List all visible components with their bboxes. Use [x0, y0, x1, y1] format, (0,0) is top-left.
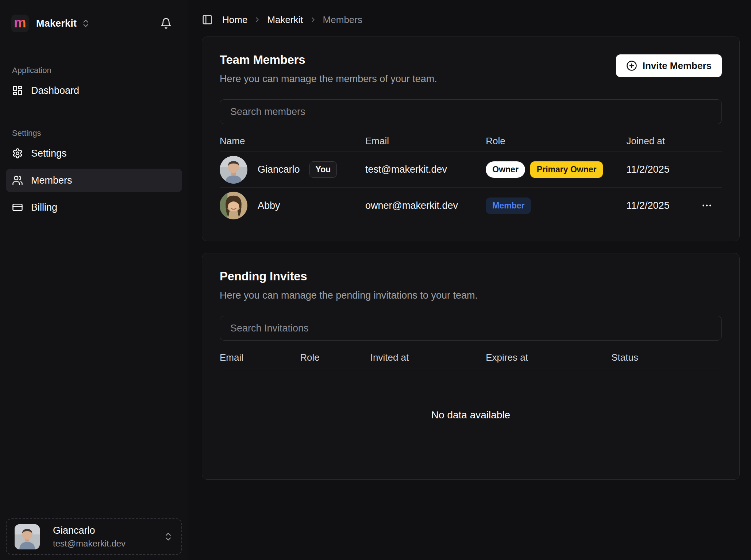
invite-members-button[interactable]: Invite Members: [616, 54, 722, 77]
team-members-table-header: Name Email Role Joined at: [220, 131, 722, 152]
sidebar-item-settings[interactable]: Settings: [6, 142, 182, 165]
sidebar-item-label: Members: [31, 175, 72, 186]
logo-letter: m: [14, 16, 26, 30]
sidebar-item-label: Billing: [31, 202, 57, 213]
name-cell: Giancarlo You: [220, 156, 365, 184]
user-avatar: [15, 524, 40, 549]
search-members-input[interactable]: [220, 99, 722, 124]
team-members-header: Team Members Here you can manage the mem…: [220, 53, 722, 85]
chevron-right-icon: [253, 16, 261, 24]
profile-email: test@makerkit.dev: [53, 538, 163, 549]
sidebar-item-billing[interactable]: Billing: [6, 196, 182, 219]
team-members-title: Team Members: [220, 53, 437, 67]
invite-members-label: Invite Members: [643, 60, 712, 72]
team-members-heading-block: Team Members Here you can manage the mem…: [220, 53, 437, 85]
sidebar-item-dashboard[interactable]: Dashboard: [6, 79, 182, 102]
pending-invites-card: Pending Invites Here you can manage the …: [202, 253, 740, 480]
nav-section-application: Application: [6, 66, 182, 75]
chevron-right-icon: [309, 16, 317, 24]
row-menu-ellipsis-icon[interactable]: [697, 195, 717, 216]
col-expires-at: Expires at: [486, 352, 611, 363]
table-row-giancarlo: Giancarlo You test@makerkit.dev Owner Pr…: [220, 152, 722, 188]
empty-state: No data available: [220, 368, 722, 462]
pending-invites-subtitle: Here you can manage the pending invitati…: [220, 290, 478, 301]
gear-icon: [12, 148, 23, 159]
breadcrumb: Home Makerkit Members: [222, 14, 362, 26]
col-email: Email: [365, 135, 486, 147]
col-email: Email: [220, 352, 300, 363]
circle-plus-icon: [626, 60, 637, 71]
actions-cell: [697, 195, 722, 216]
you-badge: You: [309, 161, 337, 178]
col-invited-at: Invited at: [370, 352, 486, 363]
credit-card-icon: [12, 202, 23, 213]
breadcrumb-home[interactable]: Home: [222, 14, 247, 26]
joined-at-cell: 11/2/2025: [627, 164, 697, 175]
role-cell: Member: [486, 197, 626, 214]
user-profile-menu[interactable]: Giancarlo test@makerkit.dev: [6, 518, 182, 555]
sidebar: m Makerkit Application Dashboard Setting…: [0, 0, 188, 560]
table-row-abby: Abby owner@makerkit.dev Member 11/2/2025: [220, 188, 722, 223]
member-avatar: [220, 156, 247, 184]
pending-invites-heading-block: Pending Invites Here you can manage the …: [220, 269, 478, 301]
team-members-subtitle: Here you can manage the members of your …: [220, 73, 437, 85]
name-cell: Abby: [220, 192, 365, 219]
breadcrumb-makerkit[interactable]: Makerkit: [267, 14, 303, 26]
dashboard-icon: [12, 85, 23, 96]
chevrons-up-down-icon[interactable]: [81, 19, 90, 28]
col-joined-at: Joined at: [627, 135, 697, 147]
member-name: Giancarlo: [258, 164, 300, 175]
main-content: Home Makerkit Members Team Members Here …: [188, 0, 751, 560]
email-cell: test@makerkit.dev: [365, 164, 486, 175]
profile-texts: Giancarlo test@makerkit.dev: [53, 525, 163, 549]
member-name: Abby: [258, 200, 280, 211]
col-role: Role: [486, 135, 626, 147]
member-avatar: [220, 192, 247, 219]
chevrons-up-down-icon: [163, 532, 173, 542]
team-members-card: Team Members Here you can manage the mem…: [202, 37, 740, 241]
topbar: Home Makerkit Members: [202, 0, 740, 37]
sidebar-item-label: Settings: [31, 148, 67, 159]
sidebar-item-label: Dashboard: [31, 85, 79, 96]
sidebar-nav: Application Dashboard Settings Settings …: [0, 66, 188, 219]
pending-invites-title: Pending Invites: [220, 269, 478, 283]
pending-invites-header: Pending Invites Here you can manage the …: [220, 269, 722, 301]
search-invitations-input[interactable]: [220, 316, 722, 341]
workspace-name: Makerkit: [36, 18, 77, 29]
sidebar-item-members[interactable]: Members: [6, 169, 182, 192]
users-icon: [12, 175, 23, 186]
workspace-switcher[interactable]: m Makerkit: [0, 0, 188, 32]
col-name: Name: [220, 135, 365, 147]
empty-state-text: No data available: [431, 409, 510, 421]
pending-invites-table-header: Email Role Invited at Expires at Status: [220, 347, 722, 368]
makerkit-logo-icon: m: [11, 15, 29, 32]
col-role: Role: [300, 352, 370, 363]
role-badge-owner: Owner: [486, 161, 525, 178]
notifications-bell-icon[interactable]: [160, 18, 172, 29]
role-badge-primary-owner: Primary Owner: [530, 161, 603, 178]
role-badge-member: Member: [486, 197, 531, 214]
profile-name: Giancarlo: [53, 525, 163, 536]
nav-section-settings: Settings: [6, 129, 182, 138]
sidebar-toggle-icon[interactable]: [202, 14, 213, 25]
joined-at-cell: 11/2/2025: [627, 200, 697, 211]
email-cell: owner@makerkit.dev: [365, 200, 486, 211]
role-cell: Owner Primary Owner: [486, 161, 626, 178]
breadcrumb-members: Members: [323, 14, 362, 26]
col-status: Status: [611, 352, 722, 363]
